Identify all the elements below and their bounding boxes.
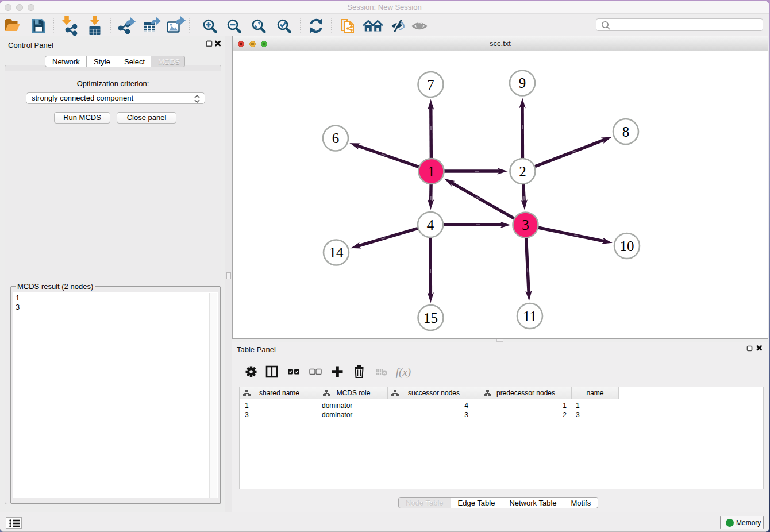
svg-text:9: 9 [519, 75, 526, 91]
svg-text:2: 2 [519, 164, 526, 179]
svg-text:7: 7 [427, 77, 434, 92]
svg-text:11: 11 [523, 309, 537, 324]
svg-text:1: 1 [428, 164, 435, 179]
svg-text:4: 4 [427, 217, 434, 233]
svg-text:14: 14 [329, 245, 344, 260]
svg-text:15: 15 [424, 310, 438, 326]
svg-text:8: 8 [622, 124, 630, 140]
svg-text:6: 6 [332, 130, 340, 146]
svg-text:10: 10 [620, 238, 634, 254]
svg-text:3: 3 [522, 217, 529, 233]
svg-text:f(x): f(x) [396, 366, 411, 379]
